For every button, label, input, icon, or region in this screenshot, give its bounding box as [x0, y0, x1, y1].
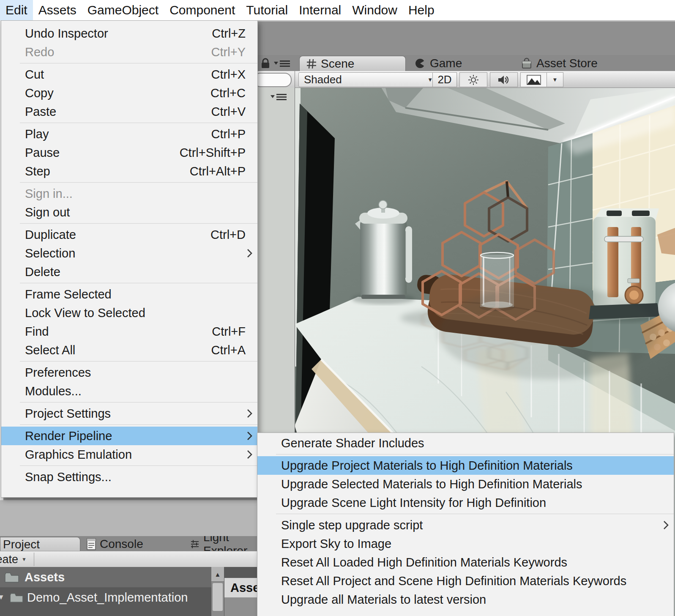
editor-empty-region: [0, 500, 258, 537]
menu-item-label: Cut: [25, 68, 44, 82]
scene-lighting-toggle[interactable]: [459, 72, 487, 87]
effects-toggle[interactable]: [520, 72, 547, 87]
menu-item-lock-view[interactable]: Lock View to Selected: [1, 304, 257, 322]
menu-item-pause[interactable]: Pause Ctrl+Shift+P: [1, 143, 257, 162]
menu-item-label: Project Settings: [25, 407, 111, 421]
disclosure-triangle-icon[interactable]: ▼: [0, 593, 6, 602]
menu-item-label: Modules...: [25, 384, 82, 398]
menu-item-frame-selected[interactable]: Frame Selected: [1, 285, 257, 304]
menu-edit[interactable]: Edit: [0, 0, 33, 20]
submenu-item-upgrade-scene-light-intensity[interactable]: Upgrade Scene Light Intensity for High D…: [257, 493, 674, 512]
menu-separator: [20, 123, 257, 123]
tab-asset-store[interactable]: Asset Store: [514, 56, 604, 71]
menu-item-label: Pause: [25, 146, 60, 160]
menu-internal[interactable]: Internal: [293, 0, 347, 20]
scrollbar-thumb[interactable]: [213, 583, 223, 611]
menu-item-cut[interactable]: Cut Ctrl+X: [1, 65, 257, 84]
lock-icon[interactable]: [260, 58, 271, 69]
submenu-item-reset-loaded-keywords[interactable]: Reset All Loaded High Definition Materia…: [257, 553, 674, 572]
menu-item-undo-inspector[interactable]: Undo Inspector Ctrl+Z: [1, 24, 257, 43]
tab-asset-store-label: Asset Store: [536, 57, 598, 70]
menu-item-shortcut: Ctrl+V: [211, 105, 246, 119]
menu-item-label: Reset All Loaded High Definition Materia…: [281, 556, 567, 569]
tab-light-explorer-label: Light Explorer: [203, 536, 258, 551]
menu-item-step[interactable]: Step Ctrl+Alt+P: [1, 162, 257, 181]
menu-item-render-pipeline[interactable]: Render Pipeline: [1, 427, 257, 445]
submenu-item-upgrade-all-materials[interactable]: Upgrade all Materials to latest version: [257, 590, 674, 609]
menu-tutorial[interactable]: Tutorial: [240, 0, 293, 20]
menu-item-find[interactable]: Find Ctrl+F: [1, 322, 257, 341]
tab-project[interactable]: Project: [0, 537, 80, 551]
menu-separator: [276, 454, 674, 454]
create-dropdown-button[interactable]: Create ▼: [0, 551, 27, 567]
menu-item-shortcut: Ctrl+D: [210, 228, 246, 242]
submenu-item-export-sky-to-image[interactable]: Export Sky to Image: [257, 534, 674, 553]
toolbar-divider: [34, 553, 34, 566]
menu-separator: [20, 465, 257, 466]
tab-scene[interactable]: Scene: [299, 56, 406, 71]
menu-item-graphics-emulation[interactable]: Graphics Emulation: [1, 445, 257, 464]
search-input[interactable]: [254, 73, 292, 87]
scroll-up-button[interactable]: ▲: [211, 567, 224, 582]
menu-item-duplicate[interactable]: Duplicate Ctrl+D: [1, 225, 257, 244]
menu-item-play[interactable]: Play Ctrl+P: [1, 125, 257, 143]
menu-item-label: Reset All Project and Scene High Definit…: [281, 574, 626, 588]
shading-mode-dropdown[interactable]: Shaded ▼: [298, 72, 438, 87]
chevron-down-icon: ▼: [22, 556, 27, 562]
project-create-bar: Create ▼: [0, 551, 258, 567]
menu-item-label: Snap Settings...: [25, 470, 112, 484]
speaker-icon: [497, 74, 510, 85]
menu-item-sign-out[interactable]: Sign out: [1, 203, 257, 222]
menu-help[interactable]: Help: [403, 0, 440, 20]
panel-menu-icon[interactable]: [271, 93, 287, 101]
chevron-down-icon: ▼: [552, 77, 558, 83]
menu-item-selection[interactable]: Selection: [1, 244, 257, 263]
menu-item-project-settings[interactable]: Project Settings: [1, 404, 257, 423]
effects-dropdown[interactable]: ▼: [547, 72, 563, 87]
menu-assets[interactable]: Assets: [33, 0, 82, 20]
menu-item-delete[interactable]: Delete: [1, 263, 257, 281]
submenu-item-upgrade-project-materials[interactable]: Upgrade Project Materials to High Defini…: [257, 456, 674, 475]
menu-item-snap-settings[interactable]: Snap Settings...: [1, 468, 257, 486]
menu-item-shortcut: Ctrl+X: [211, 68, 246, 82]
submenu-item-generate-shader-includes[interactable]: Generate Shader Includes: [257, 434, 674, 452]
menu-separator: [20, 63, 257, 63]
menu-item-label: Play: [25, 127, 49, 141]
tab-project-label: Project: [3, 538, 40, 551]
menu-item-label: Single step upgrade script: [281, 518, 423, 532]
menu-item-redo[interactable]: Redo Ctrl+Y: [1, 43, 257, 61]
menu-item-paste[interactable]: Paste Ctrl+V: [1, 102, 257, 121]
menu-component[interactable]: Component: [164, 0, 240, 20]
menu-item-label: Export Sky to Image: [281, 537, 391, 551]
french-press: [355, 200, 412, 299]
tab-console[interactable]: Console: [87, 537, 143, 551]
menu-item-preferences[interactable]: Preferences: [1, 363, 257, 382]
menu-item-shortcut: Ctrl+Y: [211, 45, 246, 59]
menu-item-shortcut: Ctrl+F: [212, 325, 246, 339]
tab-game[interactable]: Game: [408, 56, 469, 71]
menu-item-copy[interactable]: Copy Ctrl+C: [1, 84, 257, 102]
menu-gameobject[interactable]: GameObject: [82, 0, 164, 20]
edit-menu-dropdown: Undo Inspector Ctrl+Z Redo Ctrl+Y Cut Ct…: [1, 20, 258, 498]
menu-window[interactable]: Window: [347, 0, 403, 20]
submenu-item-reset-project-scene-keywords[interactable]: Reset All Project and Scene High Definit…: [257, 572, 674, 590]
project-tree-scrollbar[interactable]: ▲: [211, 567, 224, 616]
tree-row-demo-folder[interactable]: ▼ Demo_Asset_Implementation: [0, 587, 211, 608]
menu-item-modules[interactable]: Modules...: [1, 382, 257, 400]
tree-row-assets[interactable]: Assets: [0, 567, 211, 587]
tab-light-explorer[interactable]: Light Explorer: [190, 537, 258, 551]
menu-item-label: Find: [25, 325, 49, 339]
scroll-up-arrow-icon: ▲: [215, 571, 221, 578]
project-panel-tabstrip: Project Console Light Explorer: [0, 536, 258, 551]
panel-menu-icon[interactable]: [274, 59, 291, 68]
menu-item-sign-in[interactable]: Sign in...: [1, 184, 257, 203]
scene-panel-tabstrip: Scene Game Asset Store: [295, 55, 675, 71]
shading-mode-value: Shaded: [304, 73, 342, 86]
submenu-item-upgrade-selected-materials[interactable]: Upgrade Selected Materials to High Defin…: [257, 475, 674, 493]
tree-row-assets-label: Assets: [25, 570, 65, 584]
menu-item-select-all[interactable]: Select All Ctrl+A: [1, 341, 257, 359]
submenu-item-single-step-upgrade-script[interactable]: Single step upgrade script: [257, 516, 674, 534]
project-files-area[interactable]: [224, 597, 258, 616]
toggle-2d-button[interactable]: 2D: [432, 72, 457, 87]
scene-audio-toggle[interactable]: [490, 72, 518, 87]
